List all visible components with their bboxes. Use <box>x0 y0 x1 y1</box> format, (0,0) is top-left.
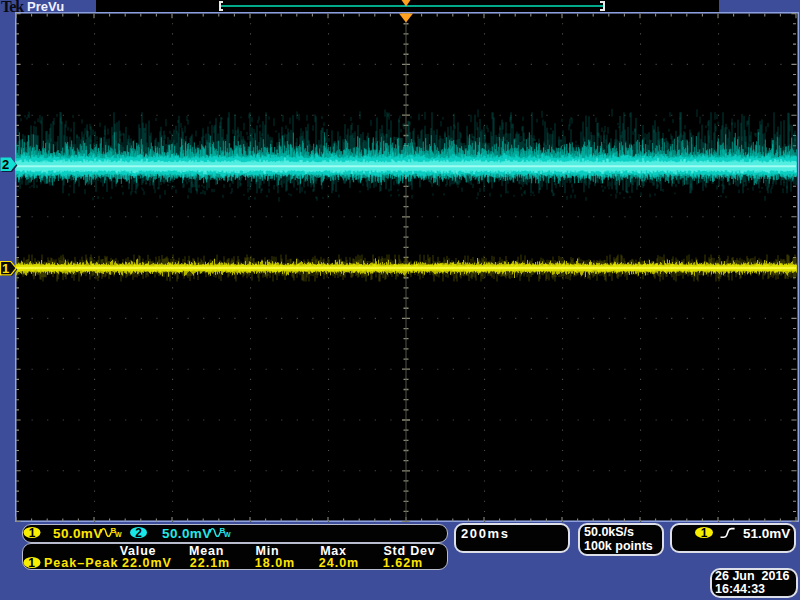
svg-text:51.0mV: 51.0mV <box>743 526 790 541</box>
svg-text:1: 1 <box>29 526 36 540</box>
svg-text:2: 2 <box>2 157 9 172</box>
svg-text:24.0m: 24.0m <box>319 556 359 570</box>
svg-text:1: 1 <box>701 526 708 540</box>
svg-text:2: 2 <box>135 526 142 540</box>
svg-text:1: 1 <box>28 556 36 570</box>
svg-text:50.0mV: 50.0mV <box>53 526 103 541</box>
svg-text:W: W <box>224 531 231 538</box>
svg-text:1: 1 <box>2 261 9 276</box>
svg-text:18.0m: 18.0m <box>255 556 295 570</box>
svg-text:22.0mV: 22.0mV <box>122 556 172 570</box>
svg-text:Peak–Peak: Peak–Peak <box>44 556 118 570</box>
svg-text:50.0mV: 50.0mV <box>162 526 212 541</box>
svg-text:22.1m: 22.1m <box>190 556 230 570</box>
svg-text:1.62m: 1.62m <box>383 556 423 570</box>
svg-text:W: W <box>115 531 122 538</box>
